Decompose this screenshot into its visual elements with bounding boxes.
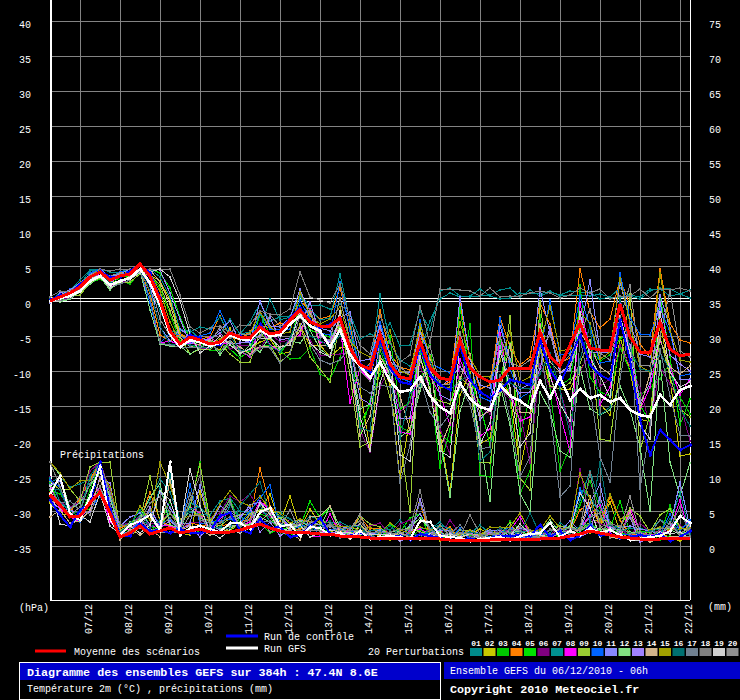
svg-text:30: 30 — [709, 335, 721, 346]
svg-text:21/12: 21/12 — [644, 604, 655, 634]
svg-text:Moyenne des scénarios: Moyenne des scénarios — [74, 647, 200, 658]
svg-text:15: 15 — [660, 639, 670, 648]
svg-text:19/12: 19/12 — [564, 604, 575, 634]
svg-text:09/12: 09/12 — [164, 604, 175, 634]
svg-text:25: 25 — [709, 370, 721, 381]
svg-text:35: 35 — [19, 55, 31, 66]
svg-text:20: 20 — [19, 160, 31, 171]
svg-text:Copyright 2010 Meteociel.fr: Copyright 2010 Meteociel.fr — [450, 683, 639, 697]
svg-text:03: 03 — [498, 639, 508, 648]
svg-text:70: 70 — [709, 55, 721, 66]
svg-text:18/12: 18/12 — [524, 604, 535, 634]
svg-text:16: 16 — [674, 639, 684, 648]
svg-text:20/12: 20/12 — [604, 604, 615, 634]
svg-text:17/12: 17/12 — [484, 604, 495, 634]
svg-text:11: 11 — [606, 639, 616, 648]
svg-text:07/12: 07/12 — [84, 604, 95, 634]
svg-text:08/12: 08/12 — [124, 604, 135, 634]
svg-text:10/12: 10/12 — [204, 604, 215, 634]
svg-text:Diagramme des ensembles GEFS s: Diagramme des ensembles GEFS sur 384h : … — [27, 666, 378, 680]
svg-text:Précipitations: Précipitations — [60, 450, 144, 461]
svg-text:12/12: 12/12 — [284, 604, 295, 634]
svg-text:13: 13 — [633, 639, 643, 648]
svg-text:02: 02 — [485, 639, 495, 648]
svg-text:40: 40 — [709, 265, 721, 276]
svg-text:-35: -35 — [13, 545, 31, 556]
svg-text:Ensemble GEFS du 06/12/2010 -: Ensemble GEFS du 06/12/2010 - 06h — [450, 666, 648, 677]
svg-text:13/12: 13/12 — [324, 604, 335, 634]
svg-text:15/12: 15/12 — [404, 604, 415, 634]
svg-text:20: 20 — [709, 405, 721, 416]
svg-text:08: 08 — [566, 639, 576, 648]
svg-text:(hPa): (hPa) — [19, 603, 49, 614]
svg-text:14: 14 — [647, 639, 657, 648]
svg-text:-15: -15 — [13, 405, 31, 416]
svg-text:15: 15 — [19, 195, 31, 206]
svg-text:-5: -5 — [19, 335, 31, 346]
svg-text:-30: -30 — [13, 510, 31, 521]
svg-text:65: 65 — [709, 90, 721, 101]
svg-text:06: 06 — [539, 639, 549, 648]
svg-text:14/12: 14/12 — [364, 604, 375, 634]
svg-text:10: 10 — [709, 475, 721, 486]
svg-text:75: 75 — [709, 20, 721, 31]
svg-text:5: 5 — [709, 510, 715, 521]
svg-text:10: 10 — [593, 639, 603, 648]
svg-text:0: 0 — [709, 545, 715, 556]
svg-text:25: 25 — [19, 125, 31, 136]
svg-text:40: 40 — [19, 20, 31, 31]
svg-text:15: 15 — [709, 440, 721, 451]
svg-text:-20: -20 — [13, 440, 31, 451]
svg-text:09: 09 — [579, 639, 589, 648]
svg-text:04: 04 — [512, 639, 522, 648]
svg-text:55: 55 — [709, 160, 721, 171]
svg-text:30: 30 — [19, 90, 31, 101]
svg-text:5: 5 — [25, 265, 31, 276]
svg-text:18: 18 — [701, 639, 711, 648]
svg-text:01: 01 — [471, 639, 481, 648]
svg-text:(mm): (mm) — [708, 602, 732, 613]
svg-text:Run GFS: Run GFS — [264, 644, 306, 655]
svg-text:Température 2m (°C) , précipit: Température 2m (°C) , précipitations (mm… — [27, 684, 273, 695]
svg-text:45: 45 — [709, 230, 721, 241]
svg-text:05: 05 — [525, 639, 535, 648]
svg-text:17: 17 — [687, 639, 697, 648]
svg-text:20: 20 — [728, 639, 738, 648]
svg-text:11/12: 11/12 — [244, 604, 255, 634]
svg-text:60: 60 — [709, 125, 721, 136]
svg-text:07: 07 — [552, 639, 562, 648]
svg-text:16/12: 16/12 — [444, 604, 455, 634]
svg-text:19: 19 — [714, 639, 724, 648]
svg-text:35: 35 — [709, 300, 721, 311]
svg-text:22/12: 22/12 — [684, 604, 695, 634]
svg-text:10: 10 — [19, 230, 31, 241]
svg-text:20 Perturbations: 20 Perturbations — [368, 647, 464, 658]
svg-text:Run de contrôle: Run de contrôle — [264, 632, 354, 643]
svg-text:50: 50 — [709, 195, 721, 206]
svg-text:12: 12 — [620, 639, 630, 648]
svg-text:0: 0 — [25, 300, 31, 311]
svg-text:-25: -25 — [13, 475, 31, 486]
svg-text:-10: -10 — [13, 370, 31, 381]
